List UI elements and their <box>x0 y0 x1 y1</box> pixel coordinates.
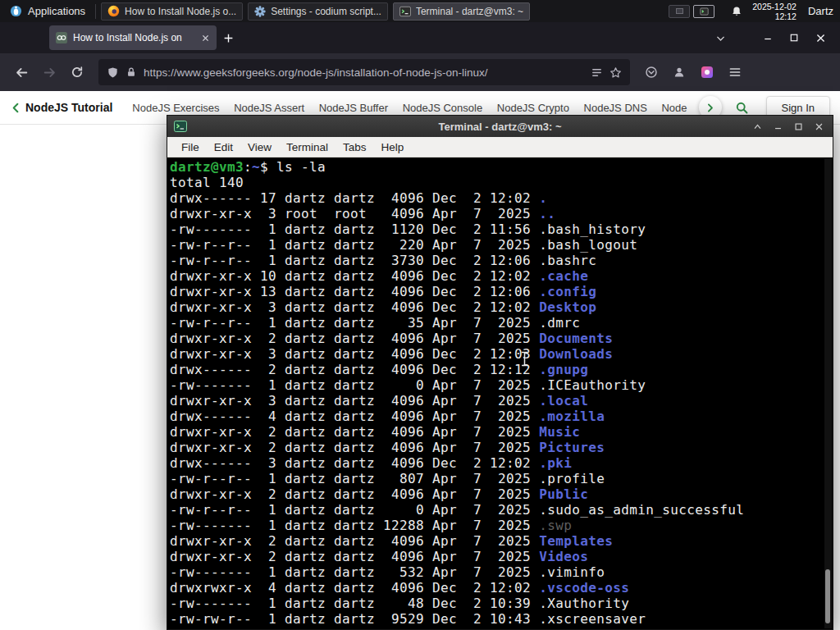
browser-tab[interactable]: How to Install Node.js on <box>49 25 217 50</box>
file-name: . <box>539 190 547 206</box>
file-name: Music <box>539 424 580 440</box>
url-bar[interactable]: https://www.geeksforgeeks.org/node-js/in… <box>98 59 630 85</box>
file-name: .sudo_as_admin_successful <box>539 502 744 518</box>
file-meta: -rw-rw-r-- 1 dartz dartz 9529 Dec 2 10:4… <box>170 611 539 627</box>
file-row: -rw-r--r-- 1 dartz dartz 3730 Dec 2 12:0… <box>170 253 833 268</box>
file-row: drwxr-xr-x 13 dartz dartz 4096 Dec 2 12:… <box>170 284 833 299</box>
close-icon <box>815 33 826 43</box>
site-nav-item[interactable]: NodeJS DNS <box>584 102 647 114</box>
site-nav-item[interactable]: NodeJS Crypto <box>497 102 569 114</box>
taskbar-item-label: Settings - codium script... <box>271 6 381 17</box>
account-person-icon <box>673 66 686 79</box>
bell-icon <box>731 6 742 17</box>
menu-edit[interactable]: Edit <box>207 141 240 153</box>
terminal-maximize-button[interactable] <box>792 120 806 134</box>
nav-prev-chevron-icon[interactable] <box>10 102 22 114</box>
file-name: .xscreensaver <box>539 611 646 627</box>
minimize-icon <box>774 122 783 131</box>
panel-username: Dartz <box>808 5 833 17</box>
menu-view[interactable]: View <box>240 141 279 153</box>
back-button[interactable] <box>8 59 34 85</box>
reload-icon <box>71 66 84 79</box>
terminal-shade-button[interactable] <box>751 120 765 134</box>
file-row: -rw-rw-r-- 1 dartz dartz 9529 Dec 2 10:4… <box>170 611 833 627</box>
menu-button[interactable] <box>722 59 748 85</box>
applications-menu-button[interactable]: Applications <box>5 0 90 22</box>
file-meta: drwxr-xr-x 13 dartz dartz 4096 Dec 2 12:… <box>170 284 539 299</box>
file-meta: drwxr-xr-x 2 dartz dartz 4096 Apr 7 2025 <box>170 533 539 549</box>
menu-help[interactable]: Help <box>374 141 412 153</box>
file-name: .dmrc <box>539 315 580 331</box>
taskbar-item-browser[interactable]: How to Install Node.js o... <box>101 2 243 21</box>
command-text: ls -la <box>276 159 326 175</box>
workspace-switcher <box>669 5 714 18</box>
account-button[interactable] <box>666 59 692 85</box>
site-nav-items: NodeJS Exercises NodeJS Assert NodeJS Bu… <box>132 102 687 114</box>
forward-button[interactable] <box>36 59 62 85</box>
clock[interactable]: 2025-12-02 12:12 <box>752 2 797 21</box>
file-row: drwx------ 4 dartz dartz 4096 Apr 7 2025… <box>170 409 833 424</box>
file-name: Templates <box>539 533 613 549</box>
site-nav-item[interactable]: Node <box>661 102 687 114</box>
total-line: total 140 <box>170 175 833 190</box>
list-all-tabs-button[interactable] <box>709 26 732 49</box>
file-row: -rw-r--r-- 1 dartz dartz 807 Apr 7 2025 … <box>170 471 833 486</box>
site-nav-item[interactable]: NodeJS Buffer <box>319 102 388 114</box>
file-row: drwx------ 3 dartz dartz 4096 Dec 2 12:0… <box>170 455 833 471</box>
terminal-scrollbar[interactable] <box>824 158 832 628</box>
pocket-button[interactable] <box>638 59 664 85</box>
prompt-path: ~ <box>252 159 260 175</box>
lock-icon[interactable] <box>126 66 137 78</box>
maximize-icon <box>794 122 803 131</box>
extension-button[interactable] <box>694 59 720 85</box>
terminal-scrollbar-thumb[interactable] <box>825 569 830 623</box>
site-nav-item[interactable]: NodeJS Assert <box>234 102 304 114</box>
menu-file[interactable]: File <box>174 141 207 153</box>
site-nav-item[interactable]: NodeJS Console <box>403 102 483 114</box>
file-row: drwxr-xr-x 2 dartz dartz 4096 Apr 7 2025… <box>170 533 833 549</box>
terminal-minimize-button[interactable] <box>771 120 785 134</box>
terminal-output: dartz@vm3:~$ ls -latotal 140drwx------ 1… <box>167 158 833 629</box>
browser-close-button[interactable] <box>807 22 833 53</box>
file-name: Videos <box>539 549 588 564</box>
file-name: .Xauthority <box>539 596 629 611</box>
file-meta: drwx------ 2 dartz dartz 4096 Dec 2 12:1… <box>170 362 539 377</box>
file-row: -rw------- 1 dartz dartz 1120 Dec 2 11:5… <box>170 221 833 237</box>
file-name: .swp <box>539 518 572 533</box>
file-name: Downloads <box>539 346 613 362</box>
file-meta: drwx------ 17 dartz dartz 4096 Dec 2 12:… <box>170 190 539 206</box>
browser-maximize-button[interactable] <box>781 22 807 53</box>
site-nav-title[interactable]: NodeJS Tutorial <box>25 101 112 114</box>
taskbar-item-terminal[interactable]: Terminal - dartz@vm3: ~ <box>393 2 530 21</box>
settings-gear-icon <box>254 6 266 17</box>
nav-next-chevron-icon <box>705 103 715 113</box>
reload-button[interactable] <box>64 59 90 85</box>
terminal-close-button[interactable] <box>812 120 826 134</box>
menu-terminal[interactable]: Terminal <box>279 141 336 153</box>
tab-close-button[interactable] <box>201 34 210 43</box>
file-row: drwxr-xr-x 3 dartz dartz 4096 Dec 2 12:0… <box>170 346 833 362</box>
file-name: .config <box>539 284 596 299</box>
minimize-icon <box>763 33 773 43</box>
file-row: drwxr-xr-x 2 dartz dartz 4096 Apr 7 2025… <box>170 486 833 502</box>
terminal-titlebar[interactable]: Terminal - dartz@vm3: ~ <box>167 116 833 137</box>
file-name: Desktop <box>539 299 596 315</box>
browser-minimize-button[interactable] <box>755 22 781 53</box>
file-meta: -rw------- 1 dartz dartz 0 Apr 7 2025 <box>170 377 539 393</box>
panel-separator <box>95 4 96 19</box>
taskbar-item-settings[interactable]: Settings - codium script... <box>248 2 388 21</box>
chevron-up-icon <box>753 122 762 131</box>
new-tab-button[interactable] <box>217 26 240 49</box>
tracking-shield-icon[interactable] <box>107 66 119 79</box>
workspace-1[interactable] <box>669 5 690 18</box>
bookmark-star-icon[interactable] <box>609 66 622 79</box>
chevron-down-icon <box>715 33 726 43</box>
site-nav-item[interactable]: NodeJS Exercises <box>132 102 219 114</box>
menu-tabs[interactable]: Tabs <box>336 141 374 153</box>
file-row: drwxrwxr-x 4 dartz dartz 4096 Dec 2 12:0… <box>170 580 833 596</box>
file-meta: drwxr-xr-x 2 dartz dartz 4096 Apr 7 2025 <box>170 440 539 455</box>
reader-view-icon[interactable] <box>591 66 603 79</box>
notification-bell-button[interactable] <box>726 6 747 17</box>
file-name: .bash_logout <box>539 237 637 253</box>
workspace-2[interactable] <box>693 5 714 18</box>
